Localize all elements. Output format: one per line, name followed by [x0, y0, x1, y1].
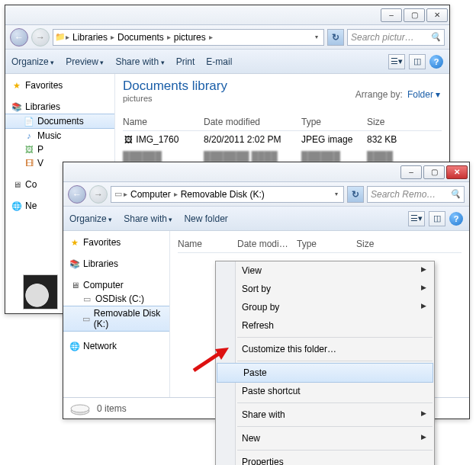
col-type[interactable]: Type	[301, 114, 367, 130]
close-button[interactable]: ✕	[446, 165, 468, 179]
table-row[interactable]: 🖼 IMG_1760 8/20/2011 2:02 PM JPEG image …	[123, 131, 442, 148]
maximize-button[interactable]: ▢	[404, 8, 425, 22]
address-bar[interactable]: ▭ ▸ Computer ▸ Removable Disk (K:) ▾	[111, 186, 344, 203]
sidebar-item-label: Documents	[37, 116, 84, 127]
drive-icon: ▭	[113, 189, 124, 200]
computer-icon: 🖥	[11, 179, 22, 190]
separator	[237, 426, 433, 427]
col-size[interactable]: Size	[367, 114, 413, 130]
libraries-icon: 📚	[11, 101, 22, 112]
sidebar-item-libraries[interactable]: 📚Libraries	[63, 257, 169, 271]
ctx-view[interactable]: View	[216, 261, 434, 280]
sidebar-item-network[interactable]: 🌐Network	[63, 339, 169, 353]
titlebar[interactable]: – ▢ ✕	[63, 162, 469, 182]
computer-icon: 🖥	[69, 280, 80, 290]
breadcrumb[interactable]: Libraries	[69, 32, 111, 43]
arrange-by[interactable]: Arrange by: Folder ▾	[355, 89, 440, 100]
back-button[interactable]: ←	[10, 28, 28, 46]
address-bar[interactable]: 📁 ▸ Libraries ▸ Documents ▸ pictures ▸ ▾	[53, 29, 324, 46]
context-menu: View Sort by Group by Refresh Customize …	[215, 261, 435, 465]
col-name[interactable]: Name	[178, 236, 237, 252]
organize-menu[interactable]: Organize	[69, 213, 112, 224]
breadcrumb[interactable]: Computer	[127, 189, 174, 200]
maximize-button[interactable]: ▢	[423, 165, 445, 179]
column-headers[interactable]: Name Date modi… Type Size	[178, 236, 462, 253]
forward-button[interactable]: →	[31, 28, 50, 46]
new-folder-button[interactable]: New folder	[184, 213, 227, 224]
sidebar-item-music[interactable]: ♪Music	[5, 129, 114, 143]
col-date[interactable]: Date modified	[204, 114, 301, 130]
sidebar-item-favorites[interactable]: ★Favorites	[5, 79, 114, 92]
ctx-share-with[interactable]: Share with	[216, 406, 434, 424]
col-name[interactable]: Name	[123, 114, 204, 130]
ctx-properties[interactable]: Properties	[216, 453, 434, 465]
ctx-refresh[interactable]: Refresh	[216, 316, 434, 335]
view-options-button[interactable]: ☰▾	[408, 211, 425, 226]
search-placeholder: Search pictur…	[351, 32, 414, 43]
sidebar-item-label: P	[37, 144, 43, 155]
breadcrumb[interactable]: Documents	[114, 32, 167, 43]
search-input[interactable]: Search Remo… 🔍	[367, 186, 465, 203]
sidebar-item-removable[interactable]: ▭Removable Disk (K:)	[63, 306, 169, 332]
address-dropdown-icon[interactable]: ▾	[311, 34, 322, 40]
share-with-menu[interactable]: Share with	[115, 56, 164, 67]
print-button[interactable]: Print	[176, 56, 195, 67]
cell-size: 832 KB	[367, 134, 413, 145]
ctx-new[interactable]: New	[216, 429, 434, 447]
help-button[interactable]: ?	[449, 212, 463, 226]
refresh-button[interactable]: ↻	[347, 186, 364, 203]
sidebar-item-osdisk[interactable]: ▭OSDisk (C:)	[63, 292, 169, 306]
separator	[237, 337, 433, 338]
breadcrumb[interactable]: pictures	[171, 32, 209, 43]
forward-button[interactable]: →	[89, 185, 108, 204]
sidebar-item-pictures[interactable]: 🖼P	[5, 143, 114, 156]
breadcrumb[interactable]: Removable Disk (K:)	[178, 189, 268, 200]
titlebar[interactable]: – ▢ ✕	[5, 5, 449, 25]
minimize-button[interactable]: –	[400, 165, 422, 179]
minimize-button[interactable]: –	[381, 8, 402, 22]
cell-type: JPEG image	[301, 134, 367, 145]
col-type[interactable]: Type	[297, 236, 356, 252]
arrange-by-label: Arrange by:	[355, 89, 403, 100]
col-date[interactable]: Date modi…	[237, 236, 297, 252]
sidebar-item-computer[interactable]: 🖥Computer	[63, 278, 169, 292]
separator	[237, 402, 433, 403]
sidebar-item-libraries[interactable]: 📚Libraries	[5, 100, 114, 114]
refresh-button[interactable]: ↻	[327, 29, 344, 46]
network-icon: 🌐	[11, 200, 22, 211]
organize-menu[interactable]: Organize	[11, 56, 54, 67]
sidebar-item-label: V	[37, 158, 43, 168]
view-options-button[interactable]: ☰▾	[388, 54, 405, 69]
preview-pane-button[interactable]: ◫	[429, 211, 445, 226]
share-with-menu[interactable]: Share with	[124, 213, 172, 224]
preview-pane-button[interactable]: ◫	[409, 54, 426, 69]
column-headers[interactable]: Name Date modified Type Size	[123, 114, 442, 131]
ctx-paste-shortcut[interactable]: Paste shortcut	[216, 382, 434, 400]
ctx-group-by[interactable]: Group by	[216, 298, 434, 316]
ctx-sort-by[interactable]: Sort by	[216, 280, 434, 298]
ctx-customize[interactable]: Customize this folder…	[216, 340, 434, 358]
navbar: ← → ▭ ▸ Computer ▸ Removable Disk (K:) ▾…	[63, 182, 469, 207]
close-button[interactable]: ✕	[426, 8, 448, 22]
search-input[interactable]: Search pictur… 🔍	[347, 29, 445, 46]
sidebar-item-label: Libraries	[83, 258, 118, 269]
arrange-by-value: Folder	[407, 89, 433, 100]
search-placeholder: Search Remo…	[371, 189, 436, 200]
help-button[interactable]: ?	[429, 55, 443, 69]
sidebar-item-label: Libraries	[25, 101, 60, 112]
drive-icon	[69, 402, 91, 415]
toolbar: Organize Preview Share with Print E-mail…	[5, 50, 449, 74]
back-button[interactable]: ←	[68, 185, 86, 204]
preview-menu[interactable]: Preview	[66, 56, 104, 67]
col-size[interactable]: Size	[356, 236, 402, 252]
sidebar-item-label: Co	[25, 179, 37, 190]
email-button[interactable]: E-mail	[206, 56, 232, 67]
nav-pane: ★Favorites 📚Libraries 🖥Computer ▭OSDisk …	[63, 231, 170, 397]
separator	[237, 361, 433, 361]
sidebar-item-documents[interactable]: 📄Documents	[5, 114, 114, 129]
sidebar-item-favorites[interactable]: ★Favorites	[63, 236, 169, 249]
ctx-paste[interactable]: Paste	[217, 363, 433, 383]
libraries-icon: 📚	[69, 258, 80, 269]
sidebar-item-label: Favorites	[25, 80, 63, 91]
address-dropdown-icon[interactable]: ▾	[331, 191, 342, 197]
